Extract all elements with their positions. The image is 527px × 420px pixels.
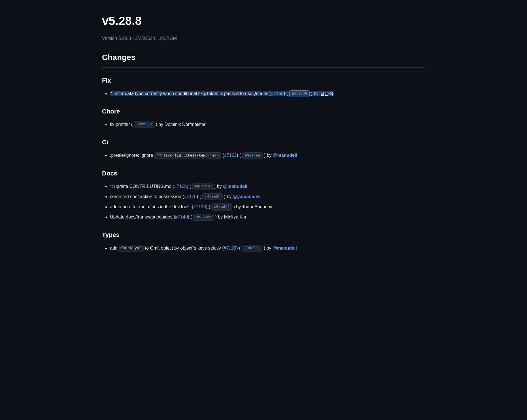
code-omitkeyof: OmitKeyof	[119, 245, 144, 252]
changes-heading: Changes	[102, 51, 425, 64]
section-types: Types add OmitKeyof to Omit object by ob…	[102, 230, 425, 252]
section-docs: Docs *: update CONTRIBUTING.md (#7165) (…	[102, 168, 425, 221]
section-ci: Ci .prettierignore: ignore **/tsconfig.v…	[102, 137, 425, 159]
section-heading-chore: Chore	[102, 106, 425, 116]
section-heading-types: Types	[102, 230, 425, 240]
list-item: fix prettier ( 2ddf803 ) by Dominik Dorf…	[110, 121, 425, 128]
commit-badge-e0ead7f: e0ead7f	[211, 203, 232, 211]
author-yamanidev[interactable]: @yamanidev	[233, 194, 261, 199]
list-item: add OmitKeyof to Omit object by object"s…	[110, 245, 425, 252]
pr-link-7163[interactable]: #7163	[224, 153, 237, 158]
commit-badge-93ce4ae: 93ce4ae	[242, 152, 263, 159]
list-item: .prettierignore: ignore **/tsconfig.vite…	[110, 152, 425, 159]
commit-badge-39b2f81: 39b2f81	[242, 245, 263, 252]
pr-link-7136[interactable]: #7136	[193, 204, 206, 209]
page-container: v5.28.8 Version 5.28.8 - 3/25/2024, 10:3…	[94, 0, 434, 272]
list-item: corrected contraction to possession (#71…	[110, 193, 425, 200]
pr-link-7170[interactable]: #7170	[184, 194, 197, 199]
version-subtitle: Version 5.28.8 - 3/25/2024, 10:32 AM	[102, 35, 425, 42]
code-tsconfig: **/tsconfig.vitest-temp.json	[154, 152, 221, 159]
chore-list: fix prettier ( 2ddf803 ) by Dominik Dorf…	[102, 121, 425, 128]
list-item: *: infer data type correctly when condit…	[110, 90, 425, 97]
fix-list: *: infer data type correctly when condit…	[102, 90, 425, 97]
section-fix: Fix *: infer data type correctly when co…	[102, 76, 425, 97]
section-chore: Chore fix prettier ( 2ddf803 ) by Domini…	[102, 106, 425, 128]
commit-badge-2b337a7: 2b337a7	[193, 214, 214, 221]
pr-link-7140[interactable]: #7140	[175, 215, 188, 219]
docs-list: *: update CONTRIBUTING.md (#7165) ( b48d…	[102, 183, 425, 221]
fix-item-1-text: *: infer data type correctly when condit…	[110, 91, 334, 96]
pr-link-7150[interactable]: #7150	[271, 91, 284, 96]
list-item: add a note for mutations in the dev tool…	[110, 203, 425, 211]
author-manudeli-types[interactable]: @manudeli	[273, 246, 297, 250]
author-manudeli-ci[interactable]: @manudeli	[273, 153, 297, 158]
version-title: v5.28.8	[102, 11, 425, 30]
commit-badge-b48d71e: b48d71e	[192, 183, 213, 190]
list-item: Update docs/framework/guides (#7140) ( 2…	[110, 213, 425, 221]
author-manudeli-docs1[interactable]: @manudeli	[223, 184, 247, 189]
ci-list: .prettierignore: ignore **/tsconfig.vite…	[102, 152, 425, 159]
list-item: *: update CONTRIBUTING.md (#7165) ( b48d…	[110, 183, 425, 190]
pr-link-7165[interactable]: #7165	[174, 184, 187, 189]
commit-badge-c4729df: c4729df	[202, 193, 223, 200]
types-list: add OmitKeyof to Omit object by object"s…	[102, 245, 425, 252]
pr-link-7139[interactable]: #7139	[224, 246, 237, 250]
section-heading-ci: Ci	[102, 137, 425, 147]
section-heading-docs: Docs	[102, 168, 425, 178]
section-heading-fix: Fix	[102, 76, 425, 85]
commit-badge-2ddf803: 2ddf803	[134, 121, 154, 128]
changes-divider	[102, 67, 425, 68]
commit-badge-a559c48: a559c48	[289, 90, 310, 97]
